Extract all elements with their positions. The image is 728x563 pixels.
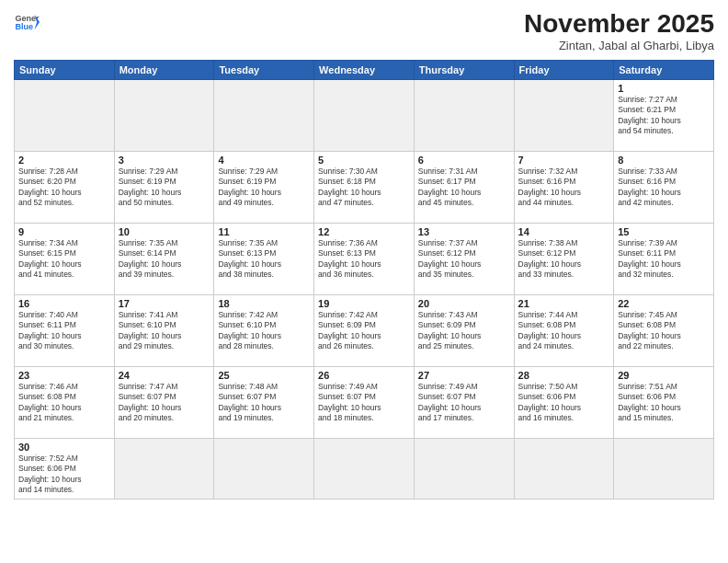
day-info: Sunrise: 7:42 AM Sunset: 6:10 PM Dayligh… — [218, 310, 310, 352]
day-info: Sunrise: 7:28 AM Sunset: 6:20 PM Dayligh… — [18, 167, 110, 209]
day-header-friday: Friday — [514, 61, 614, 80]
calendar-cell: 22Sunrise: 7:45 AM Sunset: 6:08 PM Dayli… — [614, 295, 714, 367]
calendar-week-2: 2Sunrise: 7:28 AM Sunset: 6:20 PM Daylig… — [15, 152, 714, 224]
title-block: November 2025 Zintan, Jabal al Gharbi, L… — [524, 9, 714, 52]
calendar-cell: 14Sunrise: 7:38 AM Sunset: 6:12 PM Dayli… — [514, 224, 614, 295]
day-number: 3 — [119, 155, 210, 166]
day-number: 28 — [518, 370, 610, 381]
day-info: Sunrise: 7:37 AM Sunset: 6:12 PM Dayligh… — [418, 238, 510, 281]
day-info: Sunrise: 7:29 AM Sunset: 6:19 PM Dayligh… — [218, 167, 310, 209]
day-number: 11 — [218, 226, 310, 237]
calendar-cell — [414, 80, 514, 152]
header: General Blue November 2025 Zintan, Jabal… — [14, 9, 714, 52]
calendar-cell: 19Sunrise: 7:42 AM Sunset: 6:09 PM Dayli… — [314, 295, 415, 367]
day-number: 16 — [18, 298, 110, 309]
calendar-cell: 8Sunrise: 7:33 AM Sunset: 6:16 PM Daylig… — [614, 152, 714, 224]
day-number: 9 — [18, 226, 110, 237]
day-info: Sunrise: 7:50 AM Sunset: 6:06 PM Dayligh… — [518, 382, 610, 424]
day-number: 6 — [418, 155, 510, 166]
day-info: Sunrise: 7:41 AM Sunset: 6:10 PM Dayligh… — [119, 310, 210, 352]
calendar-cell — [314, 80, 415, 152]
calendar-header-row: SundayMondayTuesdayWednesdayThursdayFrid… — [15, 61, 714, 80]
svg-text:Blue: Blue — [15, 22, 33, 31]
calendar-cell: 25Sunrise: 7:48 AM Sunset: 6:07 PM Dayli… — [214, 367, 314, 439]
day-number: 2 — [18, 155, 110, 166]
calendar-cell: 20Sunrise: 7:43 AM Sunset: 6:09 PM Dayli… — [414, 295, 514, 367]
calendar-cell: 4Sunrise: 7:29 AM Sunset: 6:19 PM Daylig… — [214, 152, 314, 224]
day-info: Sunrise: 7:44 AM Sunset: 6:08 PM Dayligh… — [518, 310, 610, 352]
calendar-cell: 9Sunrise: 7:34 AM Sunset: 6:15 PM Daylig… — [15, 224, 115, 295]
day-number: 14 — [518, 226, 610, 237]
logo-icon: General Blue — [14, 9, 40, 35]
day-info: Sunrise: 7:36 AM Sunset: 6:13 PM Dayligh… — [318, 238, 410, 281]
day-number: 7 — [518, 155, 610, 166]
day-number: 5 — [318, 155, 410, 166]
calendar-cell — [214, 439, 314, 500]
calendar-cell: 21Sunrise: 7:44 AM Sunset: 6:08 PM Dayli… — [514, 295, 614, 367]
calendar-cell — [614, 439, 714, 500]
day-info: Sunrise: 7:35 AM Sunset: 6:14 PM Dayligh… — [119, 238, 210, 281]
logo: General Blue — [14, 9, 41, 35]
day-info: Sunrise: 7:33 AM Sunset: 6:16 PM Dayligh… — [618, 167, 710, 209]
day-number: 24 — [119, 370, 210, 381]
month-title: November 2025 — [524, 9, 714, 39]
calendar-cell: 7Sunrise: 7:32 AM Sunset: 6:16 PM Daylig… — [514, 152, 614, 224]
calendar-cell: 6Sunrise: 7:31 AM Sunset: 6:17 PM Daylig… — [414, 152, 514, 224]
day-info: Sunrise: 7:35 AM Sunset: 6:13 PM Dayligh… — [218, 238, 310, 281]
day-info: Sunrise: 7:48 AM Sunset: 6:07 PM Dayligh… — [218, 382, 310, 424]
calendar-cell: 12Sunrise: 7:36 AM Sunset: 6:13 PM Dayli… — [314, 224, 415, 295]
day-header-tuesday: Tuesday — [214, 61, 314, 80]
calendar-cell — [214, 80, 314, 152]
day-number: 22 — [618, 298, 710, 309]
location: Zintan, Jabal al Gharbi, Libya — [524, 39, 714, 52]
calendar-cell: 30Sunrise: 7:52 AM Sunset: 6:06 PM Dayli… — [15, 439, 115, 500]
day-number: 27 — [418, 370, 510, 381]
day-number: 17 — [119, 298, 210, 309]
day-info: Sunrise: 7:39 AM Sunset: 6:11 PM Dayligh… — [618, 238, 710, 281]
day-header-thursday: Thursday — [414, 61, 514, 80]
day-info: Sunrise: 7:52 AM Sunset: 6:06 PM Dayligh… — [18, 454, 110, 496]
calendar-cell — [15, 80, 115, 152]
calendar-cell: 27Sunrise: 7:49 AM Sunset: 6:07 PM Dayli… — [414, 367, 514, 439]
day-number: 20 — [418, 298, 510, 309]
day-info: Sunrise: 7:38 AM Sunset: 6:12 PM Dayligh… — [518, 238, 610, 281]
calendar-cell: 15Sunrise: 7:39 AM Sunset: 6:11 PM Dayli… — [614, 224, 714, 295]
calendar-cell: 26Sunrise: 7:49 AM Sunset: 6:07 PM Dayli… — [314, 367, 415, 439]
day-number: 12 — [318, 226, 410, 237]
day-info: Sunrise: 7:40 AM Sunset: 6:11 PM Dayligh… — [18, 310, 110, 352]
day-info: Sunrise: 7:31 AM Sunset: 6:17 PM Dayligh… — [418, 167, 510, 209]
day-info: Sunrise: 7:49 AM Sunset: 6:07 PM Dayligh… — [318, 382, 410, 424]
day-info: Sunrise: 7:27 AM Sunset: 6:21 PM Dayligh… — [618, 95, 710, 137]
calendar-cell: 2Sunrise: 7:28 AM Sunset: 6:20 PM Daylig… — [15, 152, 115, 224]
calendar-week-6: 30Sunrise: 7:52 AM Sunset: 6:06 PM Dayli… — [15, 439, 714, 500]
calendar-cell: 11Sunrise: 7:35 AM Sunset: 6:13 PM Dayli… — [214, 224, 314, 295]
calendar-cell: 1Sunrise: 7:27 AM Sunset: 6:21 PM Daylig… — [614, 80, 714, 152]
day-number: 13 — [418, 226, 510, 237]
day-number: 10 — [119, 226, 210, 237]
day-number: 25 — [218, 370, 310, 381]
calendar-cell: 10Sunrise: 7:35 AM Sunset: 6:14 PM Dayli… — [114, 224, 214, 295]
day-header-monday: Monday — [114, 61, 214, 80]
calendar-cell — [514, 80, 614, 152]
calendar-cell: 24Sunrise: 7:47 AM Sunset: 6:07 PM Dayli… — [114, 367, 214, 439]
day-number: 30 — [18, 442, 110, 453]
day-number: 19 — [318, 298, 410, 309]
day-number: 1 — [618, 83, 710, 94]
day-info: Sunrise: 7:46 AM Sunset: 6:08 PM Dayligh… — [18, 382, 110, 424]
calendar-cell: 13Sunrise: 7:37 AM Sunset: 6:12 PM Dayli… — [414, 224, 514, 295]
calendar-week-5: 23Sunrise: 7:46 AM Sunset: 6:08 PM Dayli… — [15, 367, 714, 439]
day-info: Sunrise: 7:47 AM Sunset: 6:07 PM Dayligh… — [119, 382, 210, 424]
day-number: 18 — [218, 298, 310, 309]
day-header-wednesday: Wednesday — [314, 61, 415, 80]
calendar-cell — [514, 439, 614, 500]
calendar-week-3: 9Sunrise: 7:34 AM Sunset: 6:15 PM Daylig… — [15, 224, 714, 295]
day-number: 21 — [518, 298, 610, 309]
day-number: 8 — [618, 155, 710, 166]
calendar-cell — [414, 439, 514, 500]
day-number: 26 — [318, 370, 410, 381]
day-info: Sunrise: 7:51 AM Sunset: 6:06 PM Dayligh… — [618, 382, 710, 424]
calendar-cell: 17Sunrise: 7:41 AM Sunset: 6:10 PM Dayli… — [114, 295, 214, 367]
calendar-cell: 5Sunrise: 7:30 AM Sunset: 6:18 PM Daylig… — [314, 152, 415, 224]
calendar-cell: 29Sunrise: 7:51 AM Sunset: 6:06 PM Dayli… — [614, 367, 714, 439]
calendar-cell: 16Sunrise: 7:40 AM Sunset: 6:11 PM Dayli… — [15, 295, 115, 367]
